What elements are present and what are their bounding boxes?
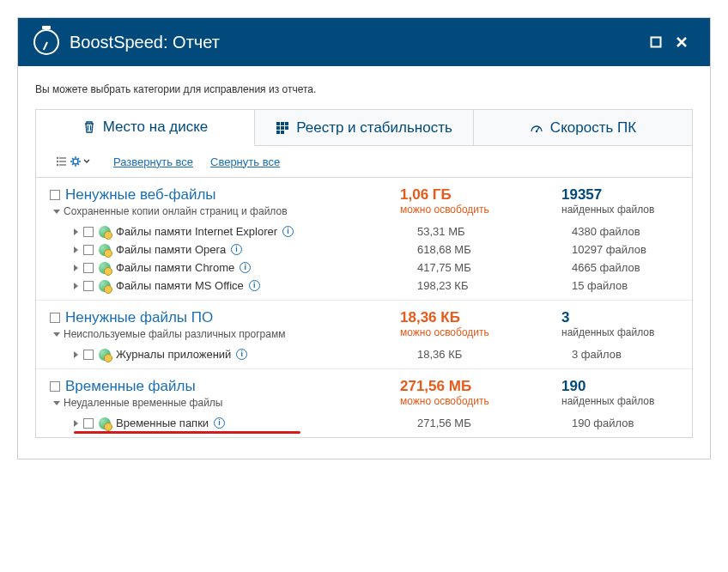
info-icon[interactable]: i [240,262,251,273]
grid-icon [276,121,289,135]
item-size: 271,56 МБ [417,417,572,429]
svg-point-22 [73,159,78,164]
svg-rect-14 [281,131,284,134]
svg-rect-11 [281,126,284,130]
chevron-right-icon[interactable] [74,246,78,253]
toolbar: Развернуть все Свернуть все [36,146,692,178]
chevron-right-icon[interactable] [74,420,78,427]
maximize-button[interactable] [643,29,669,55]
item-count: 4665 файлов [572,261,678,274]
count-label: найденных файлов [561,326,678,338]
chevron-right-icon[interactable] [74,265,78,271]
item-count: 15 файлов [572,279,678,292]
tab-label: Место на диске [103,119,209,136]
chevron-down-icon[interactable] [53,401,60,405]
category-title[interactable]: Ненужные файлы ПО [65,309,213,326]
info-icon[interactable]: i [231,244,242,255]
svg-point-20 [57,164,58,166]
app-window: BoostSpeed: Отчет Вы можете выбрать кате… [17,17,711,459]
titlebar: BoostSpeed: Отчет [18,18,710,66]
globe-icon [99,417,111,429]
globe-icon [99,244,111,256]
item-name: Временные папки [116,417,209,429]
chevron-right-icon[interactable] [74,351,78,358]
category-items: Журналы приложенийi18,36 КБ3 файлов [50,345,678,363]
info-icon[interactable]: i [249,280,260,291]
gear-icon [70,155,82,167]
svg-rect-21 [59,164,66,165]
info-icon[interactable]: i [236,349,247,360]
list-item: Файлы памяти Chromei417,75 МБ4665 файлов [50,259,678,277]
chevron-down-icon [83,158,90,165]
count-label: найденных файлов [561,204,678,216]
item-size: 53,31 МБ [417,225,572,238]
size-label: можно освободить [400,204,555,216]
svg-point-16 [57,157,58,159]
report-panel: Место на диске Реестр и стабильность Ско… [35,109,693,438]
maximize-icon [650,36,662,48]
category-block: Ненужные веб-файлыСохраненные копии онла… [36,178,692,300]
item-name: Файлы памяти Chrome [116,261,234,274]
category-block: Временные файлыНеудаленные временные фай… [36,368,692,437]
chevron-right-icon[interactable] [74,228,78,235]
list-item: Файлы памяти Internet Exploreri53,31 МБ4… [50,222,678,240]
category-checkbox[interactable] [50,190,60,200]
category-count: 3 [561,309,678,326]
item-size: 198,23 КБ [417,279,572,292]
chevron-right-icon[interactable] [74,283,78,289]
tab-bar: Место на диске Реестр и стабильность Ско… [36,110,692,146]
svg-rect-0 [652,38,661,47]
item-checkbox[interactable] [83,418,94,429]
tab-registry[interactable]: Реестр и стабильность [255,110,474,145]
item-count: 190 файлов [572,417,678,429]
tab-label: Скорость ПК [550,119,636,137]
category-count: 19357 [561,186,678,204]
collapse-all-link[interactable]: Свернуть все [210,155,280,168]
category-size: 18,36 КБ [400,309,555,326]
item-name: Файлы памяти Internet Explorer [116,225,277,238]
options-dropdown[interactable] [50,153,96,170]
svg-rect-19 [59,161,66,161]
svg-point-18 [57,161,58,162]
category-title[interactable]: Ненужные веб-файлы [65,186,216,204]
info-icon[interactable]: i [282,226,294,237]
category-size: 1,06 ГБ [400,186,555,204]
category-checkbox[interactable] [50,313,60,323]
item-checkbox[interactable] [83,227,94,237]
item-count: 3 файлов [572,348,678,361]
item-checkbox[interactable] [83,350,94,360]
globe-icon [99,349,111,361]
svg-rect-8 [281,122,284,125]
item-name: Журналы приложений [116,348,231,361]
close-icon [676,36,688,48]
svg-rect-17 [59,157,66,158]
chevron-down-icon[interactable] [53,332,60,337]
category-items: Временные папкиi271,56 МБ190 файлов [50,414,678,432]
svg-point-15 [536,130,537,131]
item-checkbox[interactable] [83,263,94,273]
chevron-down-icon[interactable] [53,210,60,214]
expand-all-link[interactable]: Развернуть все [113,155,193,168]
category-subtitle: Неудаленные временные файлы [64,397,222,409]
svg-rect-10 [276,126,280,130]
window-body: Вы можете выбрать категории для исправле… [18,66,710,459]
tab-disk-space[interactable]: Место на диске [36,110,255,146]
gauge-icon [530,121,543,135]
size-label: можно освободить [400,395,555,407]
category-block: Ненужные файлы ПОНеиспользуемые файлы ра… [36,300,692,368]
item-checkbox[interactable] [83,245,94,255]
svg-rect-9 [285,122,288,125]
globe-icon [99,280,111,292]
close-button[interactable] [669,29,695,55]
category-checkbox[interactable] [50,381,60,392]
list-item: Файлы памяти Operai618,68 МБ10297 файлов [50,240,678,259]
svg-rect-7 [276,122,280,125]
info-icon[interactable]: i [214,417,225,429]
trash-icon [82,120,96,134]
tab-speed[interactable]: Скорость ПК [474,110,692,145]
category-items: Файлы памяти Internet Exploreri53,31 МБ4… [50,222,678,295]
category-subtitle: Неиспользуемые файлы различных программ [64,328,285,340]
item-checkbox[interactable] [83,281,94,291]
category-title[interactable]: Временные файлы [65,378,196,395]
categories-list: Ненужные веб-файлыСохраненные копии онла… [36,178,692,437]
